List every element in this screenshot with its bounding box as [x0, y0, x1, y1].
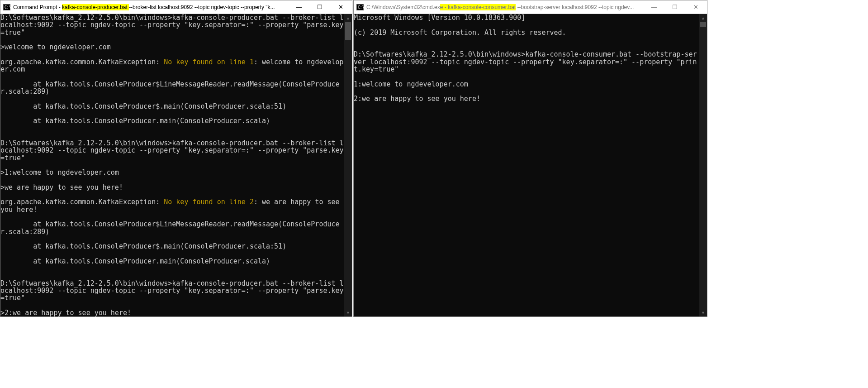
- title-highlight: e - kafka-console-consumer.bat: [440, 4, 516, 10]
- maximize-button[interactable]: ☐: [309, 0, 330, 14]
- error-highlight: No key found on line 1: [164, 58, 254, 66]
- terminal-line: 2:we are happy to see you here!: [354, 95, 699, 102]
- terminal-body[interactable]: D:\Softwares\kafka_2.12-2.5.0\bin\window…: [0, 14, 352, 316]
- close-button[interactable]: ✕: [685, 0, 706, 14]
- scroll-down-icon[interactable]: ▼: [699, 309, 707, 316]
- terminal-line: D:\Softwares\kafka_2.12-2.5.0\bin\window…: [0, 14, 344, 36]
- title-prefix: C:\Windows\System32\cmd.ex: [366, 4, 440, 10]
- error-highlight: No key found on line 2: [164, 198, 254, 206]
- window-title: Command Prompt - kafka-console-producer.…: [13, 4, 289, 10]
- terminal-line: D:\Softwares\kafka_2.12-2.5.0\bin\window…: [354, 51, 699, 73]
- terminal-line: at kafka.tools.ConsoleProducer$.main(Con…: [0, 103, 344, 110]
- cmd-icon: C:\: [3, 4, 10, 10]
- terminal-line: >welcome to ngdeveloper.com: [0, 43, 344, 51]
- scroll-up-icon[interactable]: ▲: [699, 14, 707, 22]
- scroll-thumb[interactable]: [700, 22, 706, 27]
- terminal-line: D:\Softwares\kafka_2.12-2.5.0\bin\window…: [0, 139, 344, 162]
- terminal-line: 1:welcome to ngdeveloper.com: [354, 81, 699, 88]
- scroll-down-icon[interactable]: ▼: [344, 309, 352, 316]
- terminal-line: >1:welcome to ngdeveloper.com: [0, 169, 344, 176]
- terminal-body[interactable]: Microsoft Windows [Version 10.0.18363.90…: [354, 14, 707, 316]
- window-title: C:\Windows\System32\cmd.exe - kafka-cons…: [366, 4, 644, 10]
- terminal-line: at kafka.tools.ConsoleProducer$LineMessa…: [0, 81, 344, 96]
- title-suffix: --bootstrap-server localhost:9092 --topi…: [516, 4, 634, 10]
- scroll-up-icon[interactable]: ▲: [344, 14, 352, 22]
- producer-window: C:\ Command Prompt - kafka-console-produ…: [0, 0, 352, 317]
- vertical-scrollbar[interactable]: ▲ ▼: [344, 14, 352, 316]
- vertical-scrollbar[interactable]: ▲ ▼: [699, 14, 707, 316]
- terminal-output: D:\Softwares\kafka_2.12-2.5.0\bin\window…: [0, 14, 344, 316]
- title-highlight: kafka-console-producer.bat: [62, 4, 129, 10]
- terminal-line: at kafka.tools.ConsoleProducer$LineMessa…: [0, 220, 344, 235]
- terminal-line: org.apache.kafka.common.KafkaException: …: [0, 58, 344, 73]
- terminal-line: >we are happy to see you here!: [0, 184, 344, 191]
- title-prefix: Command Prompt -: [13, 4, 62, 10]
- minimize-button[interactable]: —: [289, 0, 309, 14]
- terminal-line: >2:we are happy to see you here!: [0, 309, 344, 316]
- terminal-line: (c) 2019 Microsoft Corporation. All righ…: [354, 29, 699, 36]
- terminal-line: at kafka.tools.ConsoleProducer.main(Cons…: [0, 258, 344, 265]
- window-controls: — ☐ ✕: [289, 0, 351, 14]
- window-controls: — ☐ ✕: [644, 0, 706, 14]
- scroll-track[interactable]: [699, 22, 707, 309]
- scroll-track[interactable]: [344, 22, 352, 309]
- maximize-button[interactable]: ☐: [664, 0, 685, 14]
- title-suffix: --broker-list localhost:9092 --topic ngd…: [129, 4, 275, 10]
- title-bar[interactable]: C:\ Command Prompt - kafka-console-produ…: [0, 0, 352, 14]
- consumer-window: C:\ C:\Windows\System32\cmd.exe - kafka-…: [353, 0, 707, 317]
- terminal-line: at kafka.tools.ConsoleProducer$.main(Con…: [0, 243, 344, 250]
- terminal-line: at kafka.tools.ConsoleProducer.main(Cons…: [0, 117, 344, 125]
- terminal-line: org.apache.kafka.common.KafkaException: …: [0, 198, 344, 213]
- scroll-thumb[interactable]: [345, 22, 351, 40]
- terminal-line: Microsoft Windows [Version 10.0.18363.90…: [354, 14, 699, 21]
- title-bar[interactable]: C:\ C:\Windows\System32\cmd.exe - kafka-…: [354, 0, 707, 14]
- cmd-icon: C:\: [356, 4, 364, 10]
- minimize-button[interactable]: —: [644, 0, 664, 14]
- terminal-output: Microsoft Windows [Version 10.0.18363.90…: [354, 14, 699, 316]
- terminal-line: D:\Softwares\kafka_2.12-2.5.0\bin\window…: [0, 280, 344, 302]
- close-button[interactable]: ✕: [330, 0, 351, 14]
